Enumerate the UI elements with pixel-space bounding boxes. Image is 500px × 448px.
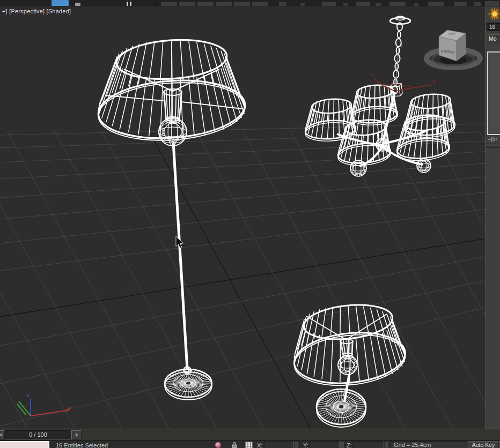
toolbar-icon[interactable] [454,2,467,6]
toolbar-icon[interactable] [127,2,128,6]
x-coord-spinner[interactable] [294,441,299,448]
viewport-label[interactable]: +] [Perspective] [Shaded] [2,8,71,14]
z-coord-field[interactable] [353,441,384,448]
3dsmax-window: TOPFRONTzYXz +] [Perspective] [Shaded] 1… [0,0,500,448]
toolbar-icon[interactable] [52,0,69,6]
gizmo-x-axis [395,85,432,91]
rollout-divider [486,147,500,148]
floor-lamp[interactable] [97,36,247,400]
absolute-mode-grid-icon[interactable] [245,441,253,448]
toolbar-icon[interactable] [234,2,250,6]
toolbar-icon[interactable] [279,2,286,6]
viewport-perspective[interactable]: TOPFRONTzYXz [0,6,486,429]
toolbar-icon[interactable] [485,1,499,6]
sun-icon[interactable] [488,6,500,23]
prev-frame-button[interactable]: < [0,430,5,439]
grid-size-status: Grid = 25.4cm [390,441,470,448]
x-coord-label: X: [257,442,262,448]
wire-sphere [183,366,191,374]
status-bar: 16 Entities Selected X: Y: Z: [0,440,500,448]
toolbar-icon[interactable] [179,2,195,6]
toolbar-icon[interactable] [376,3,381,6]
lampshade [404,93,455,139]
auto-key-button[interactable]: Auto Key [468,441,499,448]
time-slider[interactable]: 0 / 100 [5,430,71,439]
toolbar-icon[interactable] [75,3,80,6]
y-coord-label: Y: [303,442,308,448]
gizmo-y-label: Y [371,73,374,78]
transform-gizmo[interactable]: zYX [371,43,436,96]
rollout-divider [486,144,500,144]
gizmo-z-label: z [400,43,402,48]
viewcube-top-label: TOP [448,32,456,36]
world-axis-tripod: z [17,392,71,416]
toolbar-icon[interactable] [156,1,157,6]
maxscript-mini-listener[interactable] [0,441,49,448]
toolbar-icon[interactable] [474,2,481,6]
lamp-base [165,369,212,400]
object-name-field[interactable]: 16 [487,23,500,31]
toolbar-icon[interactable] [356,2,370,6]
selection-status: 16 Entities Selected [56,442,108,448]
lampshade [305,98,356,143]
viewport-label-text[interactable]: +] [Perspective] [Shaded] [2,8,71,14]
toolbar-icon[interactable] [389,2,406,6]
command-panel: 16 Mo [486,6,500,429]
toolbar-icon[interactable] [216,2,232,6]
toolbar-icon[interactable] [300,3,305,6]
toolbar-icon[interactable] [414,3,418,6]
viewcube-front-face [439,36,457,61]
z-coord-label: Z: [347,442,352,448]
modifier-list-dropdown[interactable]: Mo [487,34,500,43]
y-coord-field[interactable] [310,441,340,448]
table-lamp[interactable] [292,301,408,427]
viewcube-front-label: FRONT [441,49,455,54]
viewcube[interactable]: TOPFRONT [427,30,480,68]
toolbar-icon[interactable] [428,2,444,6]
toolbar-icon[interactable] [343,3,348,6]
chandelier[interactable] [305,17,455,177]
gizmo-x-label: X [432,79,436,85]
lamp-base [317,389,366,427]
toolbar-icon[interactable] [130,2,131,6]
z-coord-spinner[interactable] [384,441,389,448]
modifier-stack[interactable] [487,51,500,135]
toolbar-icon[interactable] [252,2,268,6]
next-frame-button[interactable]: > [71,430,82,439]
toolbar-icon[interactable] [197,2,214,6]
selection-lock-sphere-icon[interactable] [215,441,222,448]
pin-stack-icon[interactable] [488,135,498,141]
y-coord-spinner[interactable] [340,441,344,448]
rollout-divider [486,145,500,145]
lock-icon[interactable] [231,441,238,448]
toolbar-icon[interactable] [161,2,177,6]
home-grid [0,123,486,429]
toolbar-icon[interactable] [322,2,336,6]
x-coord-field[interactable] [264,441,294,448]
track-bar: < 0 / 100 > [0,429,500,440]
world-axis-z-label: z [27,392,30,398]
